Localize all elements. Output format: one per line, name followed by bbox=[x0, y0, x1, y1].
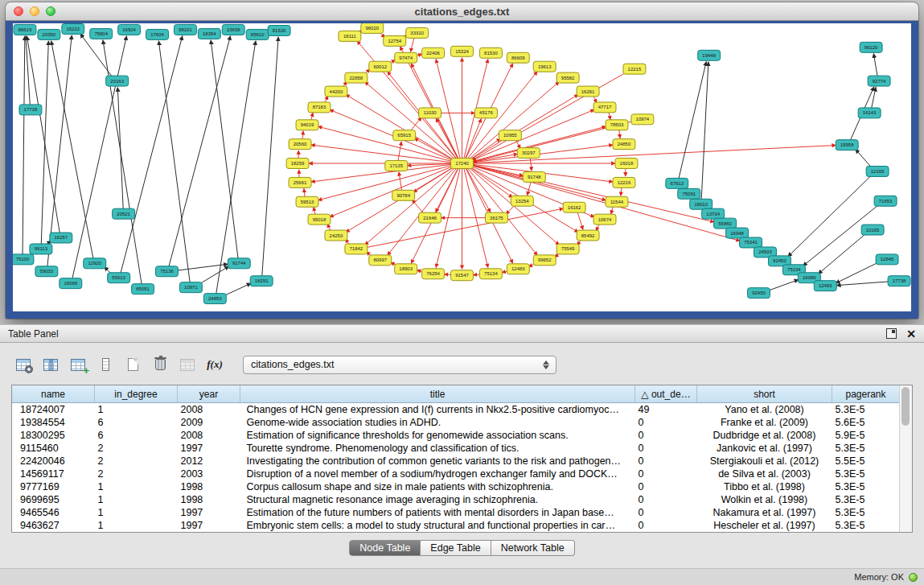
graph-node[interactable]: 99652 bbox=[533, 255, 556, 266]
table-cell[interactable]: 5.3E-5 bbox=[832, 403, 900, 417]
table-cell[interactable]: 5.3E-5 bbox=[832, 468, 900, 480]
table-cell[interactable]: 6 bbox=[95, 416, 178, 429]
graph-node[interactable]: 24250 bbox=[325, 230, 347, 241]
graph-edge[interactable] bbox=[117, 88, 123, 210]
table-cell[interactable]: de Silva et al. (2003) bbox=[697, 468, 832, 480]
table-cell[interactable]: 5.5E-5 bbox=[832, 455, 900, 468]
column-header-pagerank[interactable]: pagerank bbox=[832, 385, 900, 403]
table-cell[interactable]: 2012 bbox=[178, 455, 240, 468]
table-cell[interactable]: 18724007 bbox=[12, 403, 95, 417]
table-mode-icon[interactable] bbox=[11, 354, 35, 375]
graph-node[interactable]: 44200 bbox=[325, 86, 347, 97]
table-cell[interactable]: Nakamura et al. (1997) bbox=[697, 506, 832, 519]
graph-node[interactable]: 75549 bbox=[556, 244, 579, 254]
table-cell[interactable]: 1997 bbox=[178, 519, 240, 532]
delete-table-icon[interactable] bbox=[148, 354, 172, 375]
table-selector-dropdown[interactable]: citations_edges.txt bbox=[243, 356, 556, 374]
graph-edge[interactable] bbox=[365, 166, 458, 245]
graph-node[interactable]: 16018 bbox=[615, 159, 638, 169]
close-panel-icon[interactable]: ✕ bbox=[906, 328, 916, 340]
graph-node[interactable]: 55013 bbox=[108, 273, 130, 283]
table-cell[interactable]: 2008 bbox=[178, 403, 240, 417]
table-cell[interactable]: 1 bbox=[95, 506, 178, 519]
table-cell[interactable]: 22420046 bbox=[12, 455, 95, 468]
graph-edge[interactable] bbox=[262, 37, 278, 277]
table-cell[interactable]: Corpus callosum shape and size in male p… bbox=[240, 480, 635, 493]
graph-node[interactable]: 22406 bbox=[422, 47, 445, 58]
table-cell[interactable]: 2008 bbox=[178, 429, 240, 442]
table-cell[interactable]: 0 bbox=[635, 480, 697, 493]
table-row[interactable]: 911546021997Tourette syndrome. Phenomeno… bbox=[12, 442, 899, 455]
graph-node[interactable]: 59033 bbox=[35, 266, 58, 277]
graph-node[interactable]: 17135 bbox=[385, 161, 408, 171]
graph-node[interactable]: 55860 bbox=[714, 218, 737, 229]
window-titlebar[interactable]: citations_edges.txt bbox=[6, 2, 918, 21]
table-cell[interactable]: Estimation of significance thresholds fo… bbox=[240, 429, 635, 442]
table-row[interactable]: 2242004622012Investigating the contribut… bbox=[12, 455, 899, 468]
table-cell[interactable]: Tibbo et al. (1998) bbox=[697, 480, 832, 493]
graph-node[interactable]: 71653 bbox=[874, 196, 897, 206]
table-cell[interactable]: 9463627 bbox=[12, 519, 95, 532]
graph-node[interactable]: 18010 bbox=[690, 199, 713, 209]
graph-node[interactable]: 47717 bbox=[593, 102, 616, 113]
graph-node[interactable]: 25661 bbox=[289, 177, 311, 187]
graph-node[interactable]: 12754 bbox=[384, 35, 406, 46]
table-cell[interactable]: 2 bbox=[95, 442, 178, 455]
graph-edge[interactable] bbox=[363, 208, 564, 248]
table-cell[interactable]: Jankovic et al. (1997) bbox=[697, 442, 832, 455]
zoom-window-button[interactable] bbox=[46, 6, 55, 16]
graph-node[interactable]: 16948 bbox=[726, 228, 749, 238]
table-cell[interactable]: 14569117 bbox=[12, 468, 95, 480]
graph-node[interactable]: 20521 bbox=[113, 208, 135, 219]
graph-edge[interactable] bbox=[413, 165, 457, 192]
graph-node[interactable]: 19613 bbox=[533, 61, 556, 72]
table-cell[interactable]: 49 bbox=[635, 403, 697, 417]
table-cell[interactable]: Changes of HCN gene expression and I(f) … bbox=[240, 403, 635, 417]
table-scrollbar[interactable] bbox=[899, 385, 912, 532]
graph-node[interactable]: 96113 bbox=[30, 244, 52, 254]
table-cell[interactable]: 0 bbox=[635, 519, 697, 532]
graph-node[interactable]: 22858 bbox=[345, 72, 368, 83]
graph-edge[interactable] bbox=[818, 233, 867, 274]
graph-node[interactable]: 91547 bbox=[451, 270, 474, 281]
graph-node[interactable]: 24850 bbox=[613, 139, 635, 150]
table-cell[interactable]: Wolkin et al. (1998) bbox=[697, 493, 832, 506]
table-cell[interactable]: 9465546 bbox=[12, 506, 95, 519]
graph-node[interactable]: 75136 bbox=[156, 266, 179, 277]
table-cell[interactable]: Disruption of a novel member of a sodium… bbox=[240, 468, 635, 480]
graph-edge[interactable] bbox=[27, 36, 60, 234]
table-row[interactable]: 977716911998Corpus callosum shape and si… bbox=[12, 480, 899, 493]
graph-edge[interactable] bbox=[400, 47, 458, 160]
graph-node[interactable]: 78503 bbox=[606, 120, 628, 130]
table-cell[interactable]: 0 bbox=[635, 442, 697, 455]
column-header-in_degree[interactable]: in_degree bbox=[95, 385, 178, 403]
graph-node[interactable]: 95582 bbox=[556, 72, 579, 83]
graph-node[interactable]: 86619 bbox=[14, 24, 36, 35]
table-cell[interactable]: 0 bbox=[635, 506, 697, 519]
graph-node[interactable]: 98101 bbox=[174, 24, 196, 35]
table-cell[interactable]: 1998 bbox=[178, 480, 240, 493]
table-cell[interactable]: 9115460 bbox=[12, 442, 95, 455]
graph-node[interactable]: 20163 bbox=[106, 76, 129, 86]
table-cell[interactable]: 2 bbox=[95, 455, 178, 468]
table-cell[interactable]: 5.9E-5 bbox=[832, 429, 900, 442]
graph-node[interactable]: 17240 bbox=[451, 159, 474, 169]
graph-edge[interactable] bbox=[464, 167, 488, 268]
graph-edge[interactable] bbox=[398, 142, 401, 162]
graph-node[interactable]: 75804 bbox=[90, 28, 113, 39]
column-header-short[interactable]: short bbox=[697, 385, 832, 403]
new-column-icon[interactable] bbox=[66, 354, 90, 375]
scrollbar-thumb[interactable] bbox=[901, 387, 910, 426]
float-panel-icon[interactable] bbox=[886, 328, 897, 339]
table-cell[interactable]: 2009 bbox=[178, 416, 240, 429]
table-cell[interactable]: 1 bbox=[95, 403, 178, 417]
row-height-icon[interactable] bbox=[93, 354, 117, 375]
graph-node[interactable]: 20350 bbox=[38, 29, 60, 39]
graph-node[interactable]: 85051 bbox=[132, 284, 154, 295]
graph-node[interactable]: 15958 bbox=[836, 140, 858, 150]
graph-node[interactable]: 24853 bbox=[203, 294, 226, 304]
table-cell[interactable]: Genome-wide association studies in ADHD. bbox=[240, 416, 635, 429]
graph-node[interactable]: 12216 bbox=[613, 177, 635, 187]
graph-node[interactable]: 90784 bbox=[392, 190, 415, 200]
table-cell[interactable]: 2003 bbox=[178, 468, 240, 480]
